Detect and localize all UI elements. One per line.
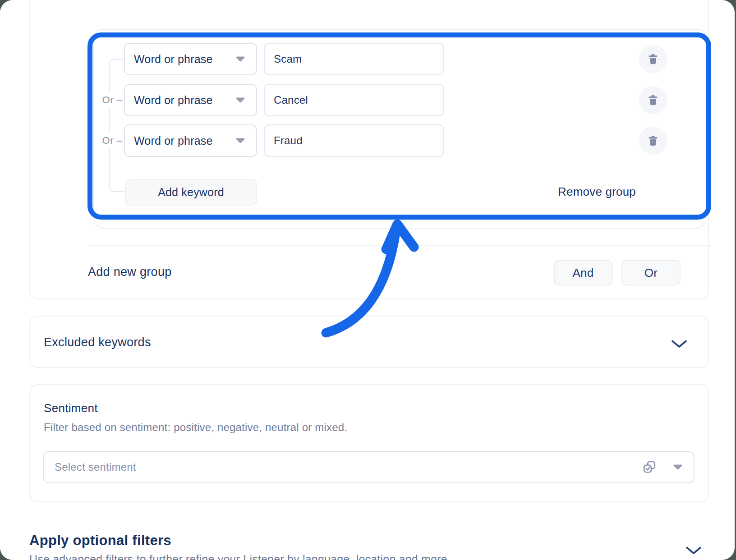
keyword-input[interactable]: Fraud bbox=[264, 124, 444, 157]
or-connector-label: Or – bbox=[98, 133, 127, 148]
keyword-input[interactable]: Scam bbox=[264, 43, 444, 75]
keyword-value: Scam bbox=[274, 53, 302, 65]
or-connector-line bbox=[109, 59, 125, 192]
chevron-down-icon bbox=[235, 97, 245, 103]
keyword-type-dropdown[interactable]: Word or phrase bbox=[124, 43, 257, 75]
trash-icon bbox=[646, 93, 660, 107]
keyword-type-label: Word or phrase bbox=[134, 134, 213, 147]
keyword-type-label: Word or phrase bbox=[134, 94, 213, 107]
sentiment-title: Sentiment bbox=[44, 401, 98, 415]
chevron-down-icon[interactable] bbox=[685, 546, 702, 555]
chevron-down-icon bbox=[235, 56, 245, 62]
sentiment-section: Sentiment Filter based on sentiment: pos… bbox=[29, 384, 709, 502]
chevron-down-icon bbox=[235, 138, 245, 144]
add-new-group-button[interactable]: Add new group bbox=[88, 265, 172, 279]
delete-keyword-button[interactable] bbox=[639, 127, 667, 155]
sentiment-select-placeholder: Select sentiment bbox=[55, 461, 641, 473]
or-connector-label: Or – bbox=[98, 92, 127, 108]
keyword-value: Cancel bbox=[274, 94, 308, 106]
chevron-down-icon bbox=[673, 464, 683, 470]
chevron-down-icon[interactable] bbox=[671, 340, 687, 349]
included-keywords-card: Word or phrase Scam Or – Word or phrase … bbox=[29, 0, 709, 299]
and-operator-button[interactable]: And bbox=[554, 260, 612, 285]
keyword-type-label: Word or phrase bbox=[134, 53, 213, 66]
multi-select-icon bbox=[641, 459, 658, 475]
remove-group-button[interactable]: Remove group bbox=[558, 185, 636, 199]
keyword-type-dropdown[interactable]: Word or phrase bbox=[124, 124, 257, 157]
keyword-type-dropdown[interactable]: Word or phrase bbox=[124, 84, 257, 116]
excluded-keywords-title: Excluded keywords bbox=[44, 335, 151, 349]
card-divider bbox=[88, 245, 711, 246]
or-operator-button[interactable]: Or bbox=[621, 260, 681, 285]
optional-filters-title: Apply optional filters bbox=[29, 532, 171, 549]
optional-filters-description: Use advanced filters to further refine y… bbox=[29, 553, 451, 560]
keyword-value: Fraud bbox=[274, 134, 303, 147]
keyword-input[interactable]: Cancel bbox=[264, 84, 444, 116]
trash-icon bbox=[646, 52, 660, 66]
delete-keyword-button[interactable] bbox=[639, 86, 667, 114]
trash-icon bbox=[646, 134, 660, 147]
sentiment-description: Filter based on sentiment: positive, neg… bbox=[44, 421, 347, 434]
listener-setup-page: Word or phrase Scam Or – Word or phrase … bbox=[0, 0, 735, 560]
sentiment-select[interactable]: Select sentiment bbox=[43, 451, 695, 483]
excluded-keywords-section[interactable]: Excluded keywords bbox=[29, 316, 709, 368]
delete-keyword-button[interactable] bbox=[639, 45, 667, 73]
add-keyword-button[interactable]: Add keyword bbox=[125, 179, 257, 206]
